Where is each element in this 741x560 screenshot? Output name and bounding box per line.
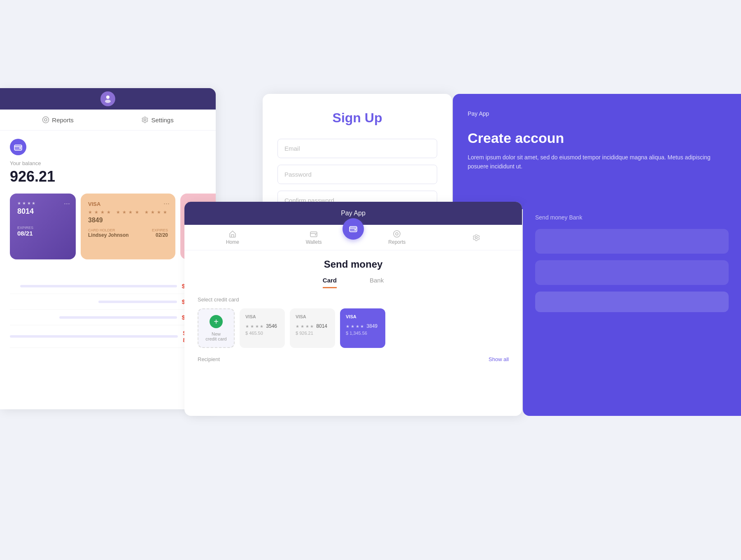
nav-reports-label: Reports — [388, 239, 405, 245]
balance-amount: 926.21 — [10, 168, 206, 185]
create-account-panel: Pay App Create accoun Lorem ipsum dolor … — [453, 94, 741, 209]
credit-cards-row: + Newcredit card VISA ★ ★ ★ ★ 3546 $ 465… — [184, 308, 522, 348]
left-header — [0, 88, 216, 110]
svg-rect-7 — [315, 234, 316, 236]
card2-num: 8014 — [316, 323, 327, 329]
nav-settings-label: Settings — [151, 117, 173, 124]
card-purple-number: 8014 — [17, 207, 68, 216]
svg-point-0 — [106, 96, 110, 99]
card3-num: 3849 — [366, 323, 377, 329]
nav-wallets[interactable]: Wallets — [306, 230, 322, 245]
transactions: Received $ 972.00 $ 125.00 $ 247.50 $ 83… — [10, 268, 206, 348]
nav-home-label: Home — [226, 239, 239, 245]
card3-balance: $ 1,345.56 — [346, 331, 380, 336]
svg-rect-9 — [354, 229, 356, 231]
new-card-label: Newcredit card — [205, 331, 226, 341]
card3-type: VISA — [346, 314, 380, 319]
left-panel: Reports Settings Your balance 926.21 ··· — [0, 88, 216, 409]
far-right-panel: Send money Bank — [523, 202, 741, 416]
recipient-label-text: Recipient — [198, 356, 220, 362]
svg-point-1 — [105, 100, 111, 103]
svg-rect-6 — [310, 232, 317, 237]
bank-field-1 — [535, 229, 729, 254]
card2-type: VISA — [296, 314, 329, 319]
svg-point-2 — [43, 117, 49, 123]
transaction-item-2: $ 125.00 — [10, 294, 206, 310]
select-card-label: Select credit card — [184, 296, 522, 303]
svg-rect-5 — [19, 147, 21, 149]
tab-bank[interactable]: Bank — [370, 277, 384, 288]
email-field[interactable] — [277, 139, 437, 158]
received-label: Received — [10, 268, 206, 273]
recipient-row: Recipient Show all — [184, 356, 522, 362]
card1-type: VISA — [245, 314, 279, 319]
transaction-item-3: $ 247.50 — [10, 310, 206, 325]
svg-point-10 — [394, 231, 400, 237]
bank-field-2 — [535, 260, 729, 285]
mini-card-1[interactable]: VISA ★ ★ ★ ★ 3546 $ 465.50 — [240, 308, 285, 348]
mini-card-2[interactable]: VISA ★ ★ ★ ★ 8014 $ 926.21 — [290, 308, 335, 348]
transaction-item-1: $ 972.00 — [10, 278, 206, 294]
balance-label: Your balance — [10, 160, 206, 166]
center-action-btn[interactable] — [343, 218, 364, 240]
send-money-title: Send money — [184, 259, 522, 270]
cards-row: ··· ★ ★ ★ ★ 8014 EXPIRES 08/21 ··· VISA … — [10, 194, 206, 259]
card1-num: 3546 — [266, 323, 277, 329]
svg-rect-8 — [350, 226, 357, 232]
nav-reports[interactable]: Reports — [388, 230, 405, 245]
card1-balance: $ 465.50 — [245, 331, 279, 336]
tab-card[interactable]: Card — [323, 277, 337, 288]
left-body: Your balance 926.21 ··· ★ ★ ★ ★ 8014 EXP… — [0, 131, 216, 356]
bank-submit[interactable] — [535, 292, 729, 312]
nav-reports[interactable]: Reports — [42, 116, 74, 124]
card-peach[interactable]: ··· VISA ★ ★ ★ ★ ★ ★ ★ ★ ★ ★ ★ ★ 3849 CA… — [81, 194, 175, 259]
svg-point-3 — [44, 119, 47, 121]
svg-point-11 — [396, 233, 398, 235]
show-all-btn[interactable]: Show all — [489, 356, 509, 362]
nav-wallets-label: Wallets — [306, 239, 322, 245]
card-purple[interactable]: ··· ★ ★ ★ ★ 8014 EXPIRES 08/21 — [10, 194, 76, 259]
wallet-icon-btn[interactable] — [10, 139, 26, 155]
avatar[interactable] — [100, 91, 115, 106]
bottom-header-title: Pay App — [341, 210, 366, 217]
card2-balance: $ 926.21 — [296, 331, 329, 336]
pay-app-label: Pay App — [468, 110, 726, 117]
nav-home[interactable]: Home — [226, 230, 239, 245]
far-right-label: Send money Bank — [535, 214, 729, 221]
mini-card-3-active[interactable]: VISA ★ ★ ★ ★ 3849 $ 1,345.56 — [340, 308, 385, 348]
signup-title: Sign Up — [277, 110, 437, 126]
create-account-text: Lorem ipsum dolor sit amet, sed do eiusm… — [468, 153, 726, 171]
password-field[interactable] — [277, 165, 437, 184]
left-nav: Reports Settings — [0, 110, 216, 131]
plus-icon[interactable]: + — [210, 315, 223, 328]
send-money-panel: Pay App Home Wallets — [184, 202, 522, 416]
new-card-btn[interactable]: + Newcredit card — [198, 308, 235, 348]
nav-settings[interactable]: Settings — [141, 116, 173, 124]
create-account-heading: Create accoun — [468, 130, 726, 146]
background-top — [0, 0, 741, 88]
bottom-nav: Home Wallets Reports — [184, 225, 522, 250]
nav-reports-label: Reports — [52, 117, 74, 124]
nav-settings-bottom[interactable] — [472, 233, 480, 242]
send-tabs: Card Bank — [184, 277, 522, 288]
transaction-item-4: $ 839.40 — [10, 325, 206, 348]
